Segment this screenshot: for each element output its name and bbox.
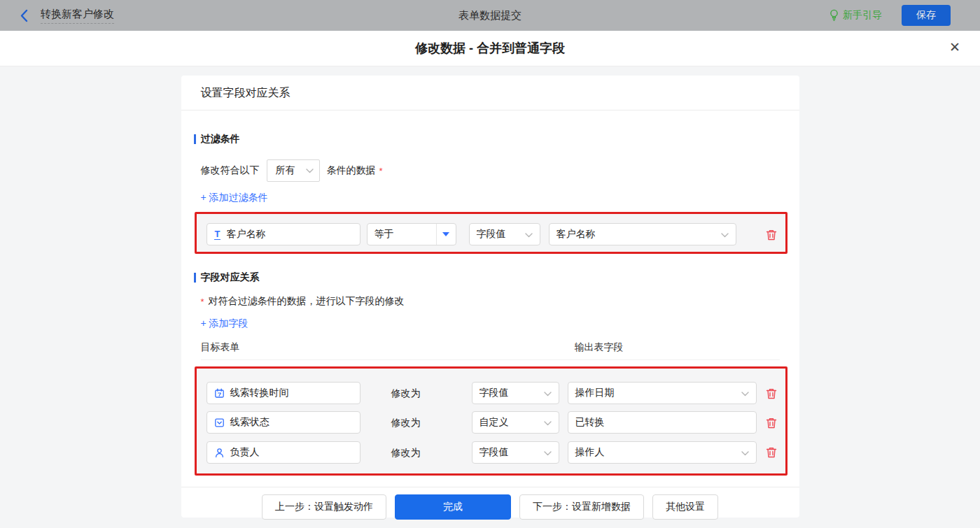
value-type-select[interactable]: 字段值 (469, 223, 540, 245)
required-mark: * (379, 166, 383, 176)
close-icon[interactable]: ✕ (949, 41, 960, 54)
value-type-value: 字段值 (477, 228, 506, 241)
chevron-down-icon (306, 169, 314, 173)
delete-icon[interactable] (765, 446, 778, 459)
back-button[interactable] (15, 7, 32, 24)
delete-icon[interactable] (765, 417, 778, 429)
mapping-section-label: 字段对应关系 (201, 271, 260, 284)
target-field-value: 线索状态 (230, 416, 270, 429)
chevron-down-icon (544, 451, 552, 456)
filter-condition-annotation-box: T 客户名称 等于 字段值 客户名称 (195, 212, 788, 254)
value-type-value: 自定义 (479, 416, 509, 429)
section-accent-bar (194, 134, 196, 144)
match-mode-row: 修改符合以下 所有 条件的数据 * (201, 159, 780, 182)
text-field-icon: T (214, 229, 221, 240)
modal-body: 设置字段对应关系 过滤条件 修改符合以下 所有 条件的数据 * + 添加过滤条件 (0, 66, 980, 528)
calendar-icon (214, 388, 225, 399)
output-field-select[interactable]: 操作日期 (568, 382, 757, 404)
custom-value: 已转换 (575, 416, 605, 429)
modify-label: 修改为 (391, 441, 421, 464)
filter-section-title: 过滤条件 (201, 133, 780, 145)
top-bar: 转换新客户修改 表单数据提交 新手引导 保存 (0, 0, 980, 31)
mapping-hint: * 对符合过滤条件的数据，进行以下字段的修改 (201, 295, 780, 308)
match-suffix: 条件的数据 (327, 164, 376, 177)
caret-down-icon (442, 232, 449, 236)
chevron-down-icon (721, 233, 729, 238)
match-prefix: 修改符合以下 (201, 164, 260, 177)
card-footer: 上一步：设置触发动作 完成 下一步：设置新增数据 其他设置 (181, 487, 799, 520)
modal-header: 修改数据 - 合并到普通字段 ✕ (0, 31, 980, 66)
flow-name[interactable]: 转换新客户修改 (41, 8, 114, 24)
select-field-icon (214, 418, 225, 428)
mapping-column-headers: 目标表单 输出表字段 (201, 341, 780, 360)
modify-label: 修改为 (391, 382, 421, 404)
required-mark: * (201, 297, 204, 307)
chevron-left-icon (20, 9, 29, 22)
done-button[interactable]: 完成 (395, 494, 511, 520)
guide-label: 新手引导 (843, 9, 882, 22)
delete-icon[interactable] (765, 229, 778, 241)
field-mapping-annotation-box: 线索转换时间 修改为 字段值 操作日期 (195, 366, 788, 476)
save-button[interactable]: 保存 (902, 5, 951, 26)
operator-value: 等于 (368, 228, 436, 241)
target-field-input[interactable]: 线索状态 (206, 411, 360, 434)
filter-field-value: 客户名称 (226, 228, 265, 241)
add-field-link[interactable]: + 添加字段 (201, 317, 248, 330)
target-field-input[interactable]: 线索转换时间 (206, 382, 360, 404)
filter-value-select[interactable]: 客户名称 (549, 223, 736, 245)
match-mode-value: 所有 (276, 164, 306, 177)
value-type-select[interactable]: 字段值 (472, 382, 559, 404)
value-type-value: 字段值 (479, 446, 509, 459)
lightbulb-icon (829, 9, 839, 22)
next-step-button[interactable]: 下一步：设置新增数据 (519, 494, 644, 520)
person-icon (214, 448, 225, 458)
output-field-value: 操作日期 (575, 387, 615, 399)
target-field-value: 线索转换时间 (230, 387, 289, 399)
target-field-input[interactable]: 负责人 (206, 441, 360, 464)
add-filter-condition-link[interactable]: + 添加过滤条件 (201, 192, 268, 204)
column-output-field: 输出表字段 (575, 341, 624, 354)
filter-section-label: 过滤条件 (201, 133, 240, 145)
newbie-guide-link[interactable]: 新手引导 (829, 9, 882, 22)
column-target-form: 目标表单 (201, 341, 240, 352)
chevron-down-icon (544, 421, 552, 426)
chevron-down-icon (525, 233, 533, 238)
output-field-select[interactable]: 操作人 (568, 441, 757, 464)
chevron-down-icon (544, 392, 552, 397)
filter-field-input[interactable]: T 客户名称 (206, 223, 360, 245)
value-type-value: 字段值 (479, 387, 509, 399)
match-mode-select[interactable]: 所有 (267, 159, 320, 182)
value-type-select[interactable]: 自定义 (472, 411, 559, 434)
card-title: 设置字段对应关系 (181, 76, 799, 110)
modal-title: 修改数据 - 合并到普通字段 (415, 40, 565, 57)
output-field-value: 操作人 (575, 446, 605, 459)
target-field-value: 负责人 (230, 446, 260, 459)
value-type-select[interactable]: 字段值 (472, 441, 559, 464)
chevron-down-icon (741, 451, 749, 456)
other-settings-button[interactable]: 其他设置 (652, 494, 718, 520)
section-accent-bar (194, 273, 196, 283)
filter-value: 客户名称 (556, 228, 596, 241)
prev-step-button[interactable]: 上一步：设置触发动作 (262, 494, 386, 520)
modify-label: 修改为 (391, 411, 421, 434)
operator-caret-button[interactable] (436, 224, 456, 245)
mapping-section-title: 字段对应关系 (201, 271, 780, 284)
mapping-hint-text: 对符合过滤条件的数据，进行以下字段的修改 (209, 295, 405, 308)
custom-value-input[interactable]: 已转换 (568, 411, 757, 434)
chevron-down-icon (741, 392, 749, 397)
operator-select[interactable]: 等于 (367, 223, 456, 245)
settings-card: 设置字段对应关系 过滤条件 修改符合以下 所有 条件的数据 * + 添加过滤条件 (181, 76, 799, 518)
delete-icon[interactable] (765, 387, 778, 400)
